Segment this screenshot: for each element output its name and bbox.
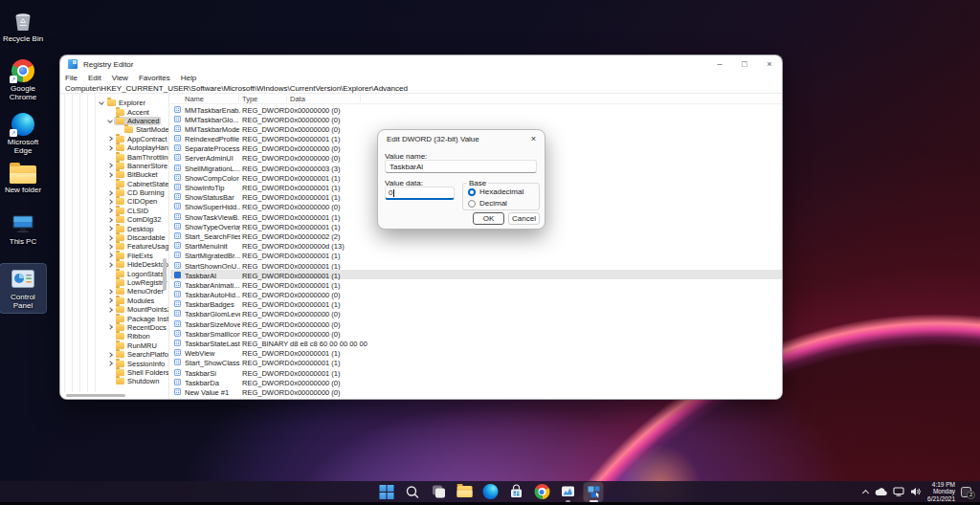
- menu-item[interactable]: View: [112, 74, 128, 82]
- desktop-icon-this-pc[interactable]: This PC: [0, 209, 46, 250]
- tree-expand-chevron-icon[interactable]: [107, 215, 114, 224]
- tree-expand-chevron-icon[interactable]: [107, 360, 114, 368]
- tree-item[interactable]: FeatureUsage: [60, 242, 161, 251]
- menu-item[interactable]: Edit: [88, 74, 101, 82]
- column-header-name[interactable]: Name: [185, 95, 204, 103]
- tree-item[interactable]: Desktop: [60, 224, 161, 232]
- tree-expand-chevron-icon[interactable]: [107, 180, 114, 188]
- desktop-icon-control-panel[interactable]: Control Panel: [0, 264, 46, 313]
- tree-expand-chevron-icon[interactable]: [107, 225, 114, 233]
- registry-editor-button[interactable]: [584, 482, 604, 502]
- desktop-icon-microsoft-edge[interactable]: ↗ Microsoft Edge: [0, 109, 46, 158]
- tree-item[interactable]: RunMRU: [60, 341, 161, 350]
- tree-item[interactable]: Package Instal: [60, 314, 161, 322]
- volume-icon[interactable]: [910, 487, 922, 496]
- tree-item[interactable]: Modules: [60, 296, 161, 305]
- taskbar-clock[interactable]: 4:19 PM Monday 6/21/2021: [927, 481, 955, 502]
- tree-item[interactable]: Shell Folders: [60, 368, 161, 377]
- tree-item[interactable]: Advanced: [60, 117, 161, 125]
- cancel-button[interactable]: Cancel: [508, 212, 540, 225]
- tree-expand-chevron-icon[interactable]: [107, 341, 114, 350]
- tree-item[interactable]: AppContract: [60, 135, 161, 143]
- tree-expand-chevron-icon[interactable]: [107, 188, 114, 197]
- registry-value-row[interactable]: TaskbarAutoHid... REG_DWORD 0x00000000 (…: [170, 290, 782, 299]
- column-divider[interactable]: [286, 95, 287, 102]
- search-button[interactable]: [403, 482, 423, 502]
- registry-value-row[interactable]: TaskbarAnimati... REG_DWORD 0x00000001 (…: [170, 279, 782, 289]
- tree-item[interactable]: HideDesktopIc: [60, 260, 161, 269]
- registry-value-row[interactable]: TaskbarDa REG_DWORD 0x00000000 (0): [170, 377, 782, 386]
- tree-item[interactable]: StartMode: [60, 125, 161, 134]
- tree-item[interactable]: SearchPlatform: [60, 350, 161, 359]
- menu-item[interactable]: Help: [181, 74, 196, 82]
- tree-expand-chevron-icon[interactable]: [107, 260, 114, 269]
- registry-value-row[interactable]: WebView REG_DWORD 0x00000001 (1): [170, 348, 782, 358]
- chrome-button[interactable]: [532, 482, 552, 502]
- radio-decimal[interactable]: Decimal: [468, 199, 507, 208]
- tree-expand-chevron-icon[interactable]: [107, 117, 114, 125]
- ok-button[interactable]: OK: [473, 212, 504, 225]
- registry-value-row[interactable]: TaskbarGlomLevel REG_DWORD 0x00000000 (0…: [170, 309, 782, 318]
- store-button[interactable]: [506, 482, 526, 502]
- tree-expand-chevron-icon[interactable]: [107, 233, 114, 242]
- tree-expand-chevron-icon[interactable]: [107, 368, 114, 377]
- registry-value-row[interactable]: StartMigratedBr... REG_DWORD 0x00000001 …: [170, 251, 782, 260]
- radio-hexadecimal[interactable]: Hexadecimal: [468, 187, 523, 196]
- tree-expand-chevron-icon[interactable]: [107, 242, 114, 251]
- tree-item[interactable]: Accent: [60, 107, 161, 116]
- tree-expand-chevron-icon[interactable]: [107, 153, 114, 162]
- tree-expand-chevron-icon[interactable]: [99, 99, 105, 107]
- tree-item[interactable]: CLSID: [60, 207, 161, 215]
- registry-value-row[interactable]: TaskbarSmallIcons REG_DWORD 0x00000000 (…: [170, 328, 782, 338]
- tree-item[interactable]: MountPoints2: [60, 305, 161, 314]
- tray-chevron-up-icon[interactable]: [863, 489, 869, 494]
- file-explorer-button[interactable]: [455, 482, 475, 502]
- tree-expand-chevron-icon[interactable]: [107, 332, 114, 340]
- tree-expand-chevron-icon[interactable]: [107, 252, 114, 260]
- tree-expand-chevron-icon[interactable]: [107, 323, 114, 332]
- tree-expand-chevron-icon[interactable]: [107, 162, 114, 170]
- start-button[interactable]: [377, 482, 397, 502]
- tree-expand-chevron-icon[interactable]: [107, 305, 114, 314]
- tree-expand-chevron-icon[interactable]: [107, 278, 114, 287]
- tree-item[interactable]: Explorer: [60, 99, 161, 107]
- tree-item[interactable]: FileExts: [60, 252, 161, 260]
- tree-expand-chevron-icon[interactable]: [107, 287, 114, 296]
- column-divider[interactable]: [360, 95, 361, 102]
- desktop-icon-google-chrome[interactable]: ↗ Google Chrome: [0, 55, 46, 104]
- registry-value-row[interactable]: StartShownOnU... REG_DWORD 0x00000001 (1…: [170, 260, 782, 270]
- tree-item[interactable]: ComDlg32: [60, 215, 161, 224]
- column-header-data[interactable]: Data: [290, 95, 305, 103]
- registry-value-row[interactable]: MMTaskbarEnab... REG_DWORD 0x00000000 (0…: [170, 104, 782, 114]
- tree-item[interactable]: LogonStats: [60, 269, 161, 277]
- tree-horizontal-scrollbar[interactable]: [66, 394, 125, 397]
- tree-item[interactable]: Discardable: [60, 233, 161, 242]
- tree-item[interactable]: CIDOpen: [60, 197, 161, 206]
- tree-expand-chevron-icon[interactable]: [107, 296, 114, 305]
- tree-item[interactable]: AutoplayHand: [60, 143, 161, 152]
- task-manager-button[interactable]: [558, 482, 578, 502]
- tree-expand-chevron-icon[interactable]: [107, 170, 114, 179]
- edge-button[interactable]: [480, 482, 501, 502]
- column-header-type[interactable]: Type: [242, 95, 257, 103]
- tree-expand-chevron-icon[interactable]: [107, 108, 114, 117]
- tree-item[interactable]: BitBucket: [60, 170, 161, 179]
- maximize-button[interactable]: □: [732, 55, 757, 73]
- desktop-icon-new-folder[interactable]: New folder: [0, 157, 46, 198]
- tree-item[interactable]: CabinetState: [60, 180, 161, 188]
- tree-item[interactable]: Shutdown: [60, 377, 161, 385]
- registry-value-row[interactable]: MMTaskbarGlo... REG_DWORD 0x00000000 (0): [170, 114, 782, 123]
- column-divider[interactable]: [238, 95, 239, 102]
- tree-item[interactable]: SessionInfo: [60, 359, 161, 367]
- minimize-button[interactable]: –: [707, 55, 732, 73]
- notification-center-button[interactable]: 2: [961, 487, 971, 497]
- tree-vertical-scrollbar[interactable]: [163, 94, 167, 390]
- value-data-input[interactable]: 0: [385, 187, 455, 200]
- tree-item[interactable]: BannerStore: [60, 162, 161, 170]
- tree-expand-chevron-icon[interactable]: [107, 207, 114, 215]
- registry-value-row[interactable]: New Value #1 REG_DWORD 0x00000000 (0): [170, 386, 782, 396]
- close-button[interactable]: ×: [757, 55, 782, 73]
- menu-item[interactable]: File: [65, 74, 78, 82]
- tree-item[interactable]: CD Burning: [60, 188, 161, 197]
- tree-expand-chevron-icon[interactable]: [107, 270, 114, 278]
